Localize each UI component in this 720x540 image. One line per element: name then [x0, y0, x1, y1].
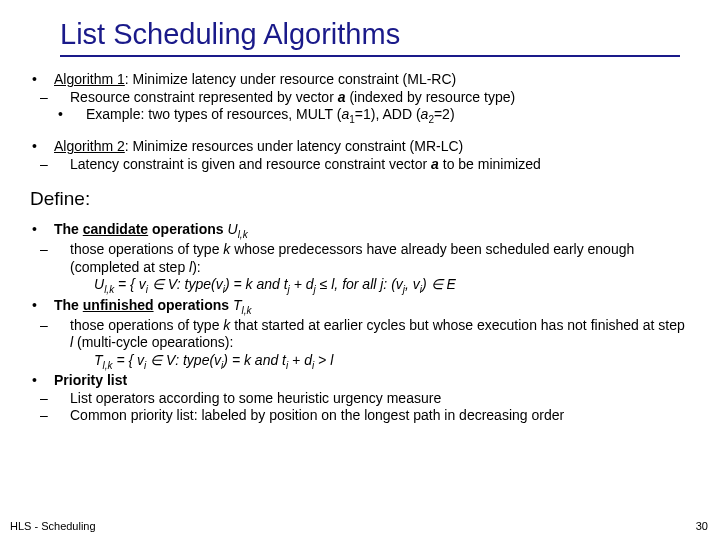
prio-s1: List operators according to some heurist…: [70, 390, 690, 408]
uf3: ) = k and t: [223, 352, 286, 368]
prio-head: Priority list: [54, 372, 690, 390]
uf-sub: l,k: [103, 360, 113, 371]
algo2-sub-b: to be minimized: [439, 156, 541, 172]
cand-c: operations: [148, 221, 227, 237]
uf1: = { v: [113, 352, 145, 368]
cf4: + d: [290, 276, 314, 292]
vec-a2: a: [431, 156, 439, 172]
unf-sub: l,k: [241, 304, 251, 315]
algo2-label: Algorithm 2: [54, 138, 125, 154]
unf-formula: Tl,k = { vi ∈ V: type(vi) = k and ti + d…: [30, 352, 690, 372]
prio-s2: Common priority list: labeled by positio…: [70, 407, 690, 425]
algo1-ex-b: =1), ADD (: [355, 106, 421, 122]
algo1-sub-a: Resource constraint represented by vecto…: [70, 89, 338, 105]
uf5: > l: [314, 352, 333, 368]
dash-l2: –: [30, 89, 70, 107]
cf6: , v: [405, 276, 420, 292]
page-number: 30: [696, 520, 708, 532]
slide-body: • Algorithm 1: Minimize latency under re…: [30, 57, 690, 425]
unf-desc: those operations of type k that started …: [70, 317, 690, 352]
cand-desc: those operations of type k whose predece…: [70, 241, 690, 276]
bullet-l1: •: [30, 372, 54, 390]
uf2: ∈ V: type(v: [146, 352, 221, 368]
unf-c: operations: [154, 297, 233, 313]
unf-s1b: that started at earlier cycles but whose…: [230, 317, 684, 333]
cf2: ∈ V: type(v: [148, 276, 223, 292]
bullet-l1: •: [30, 138, 54, 156]
algo2-head: Algorithm 2: Minimize resources under la…: [54, 138, 690, 156]
algo1-label: Algorithm 1: [54, 71, 125, 87]
slide-title: List Scheduling Algorithms: [60, 18, 690, 55]
cf-sub: l,k: [104, 284, 114, 295]
bullet-l1: •: [30, 71, 54, 89]
bullet-l1: •: [30, 297, 54, 317]
cf5: ≤ l, for all j: (v: [316, 276, 403, 292]
dash-l2: –: [30, 390, 70, 408]
cand-s1: those operations of type: [70, 241, 223, 257]
unf-b: unfinished: [83, 297, 154, 313]
algo1-ex: Example: two types of resources, MULT (a…: [86, 106, 690, 126]
dash-l2: –: [30, 317, 70, 352]
dash-l2: –: [30, 156, 70, 174]
unf-head: The unfinished operations Tl,k: [54, 297, 690, 317]
unf-s1a: those operations of type: [70, 317, 223, 333]
dash-l2: –: [30, 407, 70, 425]
cand-sym: U: [228, 221, 238, 237]
algo1-sub-b: (indexed by resource type): [346, 89, 516, 105]
footer-left: HLS - Scheduling: [10, 520, 96, 532]
cand-formula: Ul,k = { vi ∈ V: type(vi) = k and tj + d…: [30, 276, 690, 296]
cf3: ) = k and t: [225, 276, 288, 292]
uf4: + d: [288, 352, 312, 368]
algo1-ex-a: Example: two types of resources, MULT (: [86, 106, 341, 122]
cand-s1c: ):: [192, 259, 201, 275]
algo1-head: Algorithm 1: Minimize latency under reso…: [54, 71, 690, 89]
bullet-l1: •: [30, 221, 54, 241]
unf-s1c: (multi-cycle opearations):: [73, 334, 233, 350]
algo2-sub: Latency constraint is given and resource…: [70, 156, 690, 174]
dash-l2: –: [30, 241, 70, 276]
algo2-desc: : Minimize resources under latency const…: [125, 138, 463, 154]
algo1-desc: : Minimize latency under resource constr…: [125, 71, 456, 87]
cf7: ) ∈ E: [422, 276, 456, 292]
define-heading: Define:: [30, 173, 690, 221]
algo2-sub-a: Latency constraint is given and resource…: [70, 156, 431, 172]
cand-sub: l,k: [238, 229, 248, 240]
cf1: = { v: [114, 276, 146, 292]
cand-head: The candidate operations Ul,k: [54, 221, 690, 241]
algo1-sub: Resource constraint represented by vecto…: [70, 89, 690, 107]
vec-a: a: [338, 89, 346, 105]
bullet-l3: •: [30, 106, 86, 126]
algo1-ex-c: =2): [434, 106, 455, 122]
cand-b: candidate: [83, 221, 148, 237]
uf-pre: T: [94, 352, 103, 368]
cf-pre: U: [94, 276, 104, 292]
cand-a: The: [54, 221, 83, 237]
unf-a: The: [54, 297, 83, 313]
